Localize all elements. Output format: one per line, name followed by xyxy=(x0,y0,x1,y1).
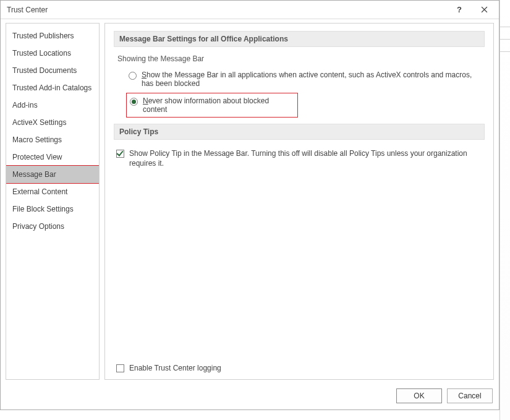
dialog-body: Trusted Publishers Trusted Locations Tru… xyxy=(1,19,499,385)
dialog-footer: OK Cancel xyxy=(1,385,499,409)
titlebar: Trust Center ? xyxy=(1,1,499,19)
sidebar-item-trusted-documents[interactable]: Trusted Documents xyxy=(6,62,99,79)
trust-center-dialog: Trust Center ? Trusted Publishers Truste… xyxy=(0,0,499,410)
checkbox-show-policy-tip[interactable]: Show Policy Tip in the Message Bar. Turn… xyxy=(116,148,485,168)
checkbox-icon xyxy=(116,364,124,372)
window-title: Trust Center xyxy=(7,6,48,14)
checkbox-icon xyxy=(116,150,124,158)
radio-icon xyxy=(130,98,138,106)
sidebar-item-trusted-publishers[interactable]: Trusted Publishers xyxy=(6,27,99,45)
radio-never-show-label: Never show information about blocked con… xyxy=(143,96,290,114)
close-icon xyxy=(481,6,488,13)
sidebar-item-file-block-settings[interactable]: File Block Settings xyxy=(6,200,99,218)
cancel-button[interactable]: Cancel xyxy=(447,388,493,403)
radio-never-show[interactable]: Never show information about blocked con… xyxy=(129,95,294,115)
ok-button[interactable]: OK xyxy=(396,388,442,403)
help-button[interactable]: ? xyxy=(448,1,470,19)
sidebar-item-add-ins[interactable]: Add-ins xyxy=(6,96,99,114)
radio-icon xyxy=(129,72,137,80)
checkbox-show-policy-tip-label: Show Policy Tip in the Message Bar. Turn… xyxy=(129,148,485,168)
radio-show-message-bar-label: Show the Message Bar in all applications… xyxy=(142,71,481,88)
radio-show-message-bar[interactable]: Show the Message Bar in all applications… xyxy=(127,69,485,89)
sidebar-item-privacy-options[interactable]: Privacy Options xyxy=(6,218,99,235)
sidebar-item-activex-settings[interactable]: ActiveX Settings xyxy=(6,114,99,131)
sidebar: Trusted Publishers Trusted Locations Tru… xyxy=(6,23,100,380)
sidebar-item-protected-view[interactable]: Protected View xyxy=(6,148,99,166)
sidebar-item-trusted-addin-catalogs[interactable]: Trusted Add-in Catalogs xyxy=(6,79,99,96)
sidebar-item-message-bar[interactable]: Message Bar xyxy=(6,165,100,184)
checkbox-enable-logging-label: Enable Trust Center logging xyxy=(129,363,221,373)
section-message-bar-settings: Message Bar Settings for all Office Appl… xyxy=(114,31,485,47)
sidebar-item-trusted-locations[interactable]: Trusted Locations xyxy=(6,45,99,62)
section-policy-tips: Policy Tips xyxy=(114,124,485,140)
sidebar-item-external-content[interactable]: External Content xyxy=(6,183,99,200)
background-strip xyxy=(499,0,510,420)
sidebar-item-macro-settings[interactable]: Macro Settings xyxy=(6,131,99,148)
checkbox-enable-logging[interactable]: Enable Trust Center logging xyxy=(116,363,485,373)
subheading-showing-message-bar: Showing the Message Bar xyxy=(117,54,485,63)
highlighted-option: Never show information about blocked con… xyxy=(126,93,298,118)
content-panel: Message Bar Settings for all Office Appl… xyxy=(104,23,494,380)
close-button[interactable] xyxy=(473,1,495,19)
